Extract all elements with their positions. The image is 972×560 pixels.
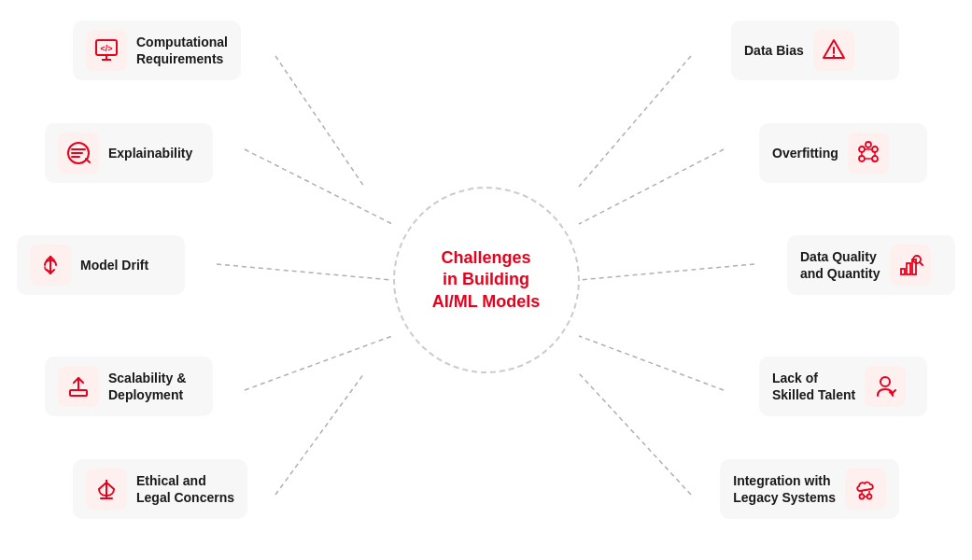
svg-line-2	[217, 264, 392, 280]
data-quality-icon	[890, 245, 931, 286]
svg-rect-34	[907, 263, 910, 274]
ethical-icon	[86, 469, 127, 510]
scalability-label: Scalability &Deployment	[108, 370, 186, 403]
box-ethical: Ethical andLegal Concerns	[73, 459, 247, 519]
box-data-bias: Data Bias	[731, 21, 899, 80]
data-bias-icon	[813, 30, 854, 71]
model-drift-label: Model Drift	[80, 257, 148, 273]
box-data-quality: Data Qualityand Quantity	[787, 235, 955, 295]
explainability-label: Explainability	[108, 145, 192, 161]
data-bias-label: Data Bias	[744, 42, 804, 59]
box-scalability: Scalability &Deployment	[45, 357, 213, 416]
svg-rect-33	[901, 269, 905, 274]
diagram-container: Challenges in Building AI/ML Models </> …	[0, 0, 972, 560]
box-lack-talent: Lack ofSkilled Talent	[759, 357, 927, 416]
svg-point-40	[867, 495, 872, 499]
svg-line-4	[275, 373, 364, 495]
svg-point-24	[859, 147, 865, 152]
box-model-drift: Model Drift	[17, 235, 185, 295]
svg-point-39	[860, 495, 865, 499]
lack-talent-label: Lack ofSkilled Talent	[772, 370, 855, 403]
overfitting-icon	[848, 133, 889, 174]
box-overfitting: Overfitting	[759, 123, 927, 183]
svg-line-9	[579, 373, 691, 495]
ethical-label: Ethical andLegal Concerns	[136, 472, 234, 506]
data-quality-label: Data Qualityand Quantity	[800, 248, 880, 282]
svg-line-7	[579, 264, 754, 280]
svg-point-28	[872, 156, 878, 161]
box-explainability: Explainability	[45, 123, 213, 183]
svg-point-25	[866, 142, 871, 147]
computational-label: ComputationalRequirements	[136, 34, 228, 67]
svg-line-5	[579, 56, 691, 187]
svg-line-3	[245, 336, 392, 390]
center-circle: Challenges in Building AI/ML Models	[393, 187, 580, 373]
svg-point-27	[859, 156, 865, 161]
svg-line-37	[920, 262, 923, 265]
lack-talent-icon	[865, 366, 906, 407]
overfitting-label: Overfitting	[772, 145, 838, 161]
svg-point-38	[880, 377, 890, 386]
svg-point-23	[833, 55, 835, 57]
integration-icon	[845, 469, 886, 510]
integration-label: Integration withLegacy Systems	[733, 472, 836, 506]
model-drift-icon	[30, 245, 71, 286]
computational-icon: </>	[86, 30, 127, 71]
box-computational: </> ComputationalRequirements	[73, 21, 241, 80]
box-integration: Integration withLegacy Systems	[720, 459, 899, 519]
svg-line-0	[275, 56, 364, 187]
svg-text:</>: </>	[100, 44, 112, 53]
explainability-icon	[58, 133, 99, 174]
svg-line-8	[579, 336, 724, 390]
center-title: Challenges in Building AI/ML Models	[432, 247, 541, 313]
scalability-icon	[58, 366, 99, 407]
svg-line-1	[245, 149, 392, 224]
svg-point-26	[872, 147, 878, 152]
